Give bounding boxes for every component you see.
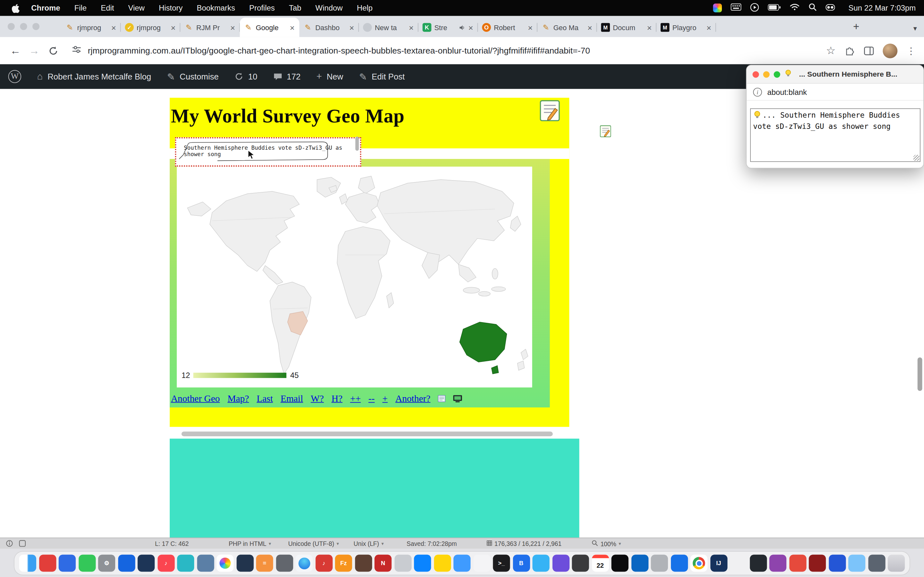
forward-button[interactable]: → — [25, 41, 44, 60]
dock-app-dark-blue[interactable] — [236, 554, 254, 572]
popup-minimize-button[interactable] — [763, 71, 770, 77]
menu-item-profiles[interactable]: Profiles — [249, 3, 275, 13]
active-app-name[interactable]: Chrome — [31, 3, 60, 13]
tab-close-icon[interactable]: × — [587, 23, 593, 32]
status-syntax-mode[interactable]: PHP in HTML▾ — [229, 540, 271, 547]
tab-close-icon[interactable]: × — [230, 23, 236, 32]
dock-zoom-app[interactable] — [848, 554, 865, 572]
browser-tab[interactable]: ✎Geo Ma× — [537, 18, 597, 37]
dock-netflix[interactable]: N — [375, 554, 391, 572]
wp-customise[interactable]: ✎ Customise — [167, 71, 219, 82]
dock-app-teal[interactable] — [177, 554, 194, 572]
dock-notes[interactable] — [434, 554, 451, 572]
wp-edit-post[interactable]: ✎ Edit Post — [359, 71, 405, 82]
back-button[interactable]: ← — [6, 41, 25, 60]
mail-icon[interactable] — [438, 395, 446, 402]
tab-search-chevron-icon[interactable]: ▾ — [913, 24, 917, 32]
menu-item-tab[interactable]: Tab — [289, 3, 302, 13]
tab-close-icon[interactable]: × — [706, 23, 712, 32]
popup-window[interactable]: ... Southern Hemisphere B... i about:bla… — [746, 65, 924, 168]
profile-avatar[interactable] — [883, 43, 897, 58]
notepad-pencil-icon[interactable] — [540, 100, 559, 121]
popup-textarea[interactable]: ... Southern Hemisphere Buddies vote sD-… — [750, 108, 921, 162]
browser-tab[interactable]: ✓rjmprog× — [121, 18, 181, 37]
dock-chrome[interactable] — [690, 554, 708, 572]
popup-close-button[interactable] — [753, 71, 759, 77]
extensions-puzzle-icon[interactable] — [845, 45, 855, 56]
menu-bar-clock[interactable]: Sun 22 Mar 7:03pm — [849, 3, 916, 13]
popup-title-bar[interactable]: ... Southern Hemisphere B... — [746, 65, 923, 84]
dock-photos[interactable] — [216, 554, 234, 572]
url-text[interactable]: rjmprogramming.com.au/ITblog/google-char… — [88, 46, 590, 55]
status-info-icon[interactable] — [6, 540, 13, 547]
dock-github[interactable] — [750, 554, 766, 572]
site-info-icon[interactable] — [72, 45, 81, 57]
menu-item-bookmarks[interactable]: Bookmarks — [197, 3, 235, 13]
maximize-window-button[interactable] — [32, 23, 39, 30]
dock-app-charcoal[interactable] — [572, 554, 589, 572]
notepad-pencil-icon-small[interactable] — [600, 125, 611, 137]
dock-app-blue[interactable] — [59, 554, 76, 572]
tab-close-icon[interactable]: × — [646, 23, 653, 32]
apple-logo-icon[interactable] — [12, 3, 19, 13]
dock-app-brown[interactable] — [355, 554, 372, 572]
horizontal-scrollbar[interactable] — [182, 432, 553, 436]
page-link[interactable]: H? — [331, 393, 342, 404]
page-link[interactable]: Last — [257, 393, 273, 404]
control-center-icon[interactable] — [825, 3, 835, 13]
browser-tab[interactable]: ORobert× — [478, 18, 538, 37]
dock-calculator[interactable]: = — [256, 554, 273, 572]
dock-safari[interactable] — [296, 554, 312, 572]
page-link[interactable]: ++ — [350, 393, 360, 404]
browser-tab[interactable]: ✎RJM Pr× — [180, 18, 240, 37]
dock-app-b[interactable]: B — [513, 554, 530, 572]
battery-icon[interactable] — [768, 3, 780, 13]
monitor-icon[interactable] — [453, 395, 462, 403]
menu-item-history[interactable]: History — [159, 3, 183, 13]
dock-app-sky[interactable] — [532, 554, 549, 572]
bookmark-star-icon[interactable]: ☆ — [826, 44, 836, 57]
keyboard-icon[interactable] — [730, 3, 741, 13]
world-geochart[interactable]: 12 45 — [177, 167, 532, 388]
minimize-window-button[interactable] — [20, 23, 27, 30]
wp-updates[interactable]: 10 — [234, 72, 257, 81]
info-icon[interactable]: i — [753, 87, 762, 97]
menu-extra-app-icon[interactable] — [713, 3, 722, 13]
dock-app-violet[interactable] — [552, 554, 569, 572]
omnibox[interactable]: rjmprogramming.com.au/ITblog/google-char… — [66, 41, 821, 61]
dock-app-blue-6[interactable] — [670, 554, 688, 572]
wp-comments[interactable]: 172 — [273, 72, 300, 81]
tab-close-icon[interactable]: × — [111, 23, 117, 32]
dock-app-blue-2[interactable] — [118, 554, 135, 572]
dock-app-blue-7[interactable] — [829, 554, 845, 572]
page-link[interactable]: W? — [311, 393, 324, 404]
window-controls[interactable] — [8, 23, 39, 30]
dock-app-silver[interactable] — [394, 554, 411, 572]
dock-trash[interactable] — [888, 554, 905, 572]
tab-audio-icon[interactable] — [459, 24, 465, 30]
dock-app-gray-2[interactable] — [651, 554, 668, 572]
dock-app-purple[interactable] — [769, 554, 787, 572]
dock-app-white-2[interactable] — [730, 554, 747, 572]
browser-tab[interactable]: New ta× — [359, 18, 419, 37]
close-window-button[interactable] — [8, 23, 15, 30]
tab-close-icon[interactable]: × — [468, 23, 474, 32]
menu-item-edit[interactable]: Edit — [101, 3, 114, 13]
browser-menu-kebab-icon[interactable]: ⋮ — [906, 45, 916, 56]
status-edit-icon[interactable] — [19, 540, 26, 547]
page-link[interactable]: Another? — [395, 393, 430, 404]
browser-tab[interactable]: MPlaygro× — [656, 18, 716, 37]
page-link[interactable]: Another Geo — [171, 393, 220, 404]
side-panel-icon[interactable] — [864, 46, 874, 55]
popup-zoom-button[interactable] — [774, 71, 780, 77]
tab-close-icon[interactable]: × — [170, 23, 176, 32]
browser-tab[interactable]: ✎Google× — [240, 18, 300, 37]
status-line-endings[interactable]: Unix (LF)▾ — [354, 540, 384, 547]
dock-music[interactable]: ♪ — [157, 554, 174, 572]
status-encoding[interactable]: Unicode (UTF-8)▾ — [288, 540, 339, 547]
dock-app-red-2[interactable]: ♪ — [315, 554, 333, 572]
dock-app-slate[interactable] — [868, 554, 885, 572]
page-link[interactable]: Email — [280, 393, 303, 404]
dock-messages[interactable] — [78, 554, 95, 572]
new-tab-button[interactable]: + — [850, 20, 863, 33]
